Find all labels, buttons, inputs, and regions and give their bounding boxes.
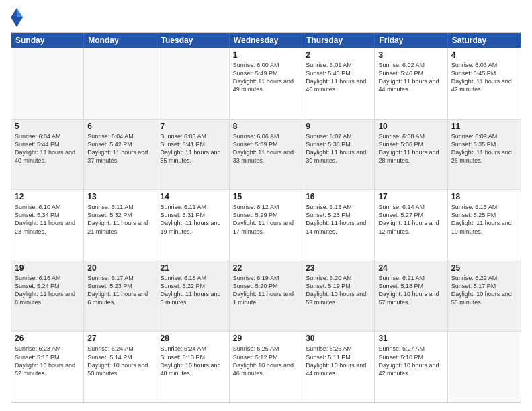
day-number: 15 [233,192,298,201]
day-info: Sunrise: 6:18 AM Sunset: 5:22 PM Dayligh… [161,274,226,307]
calendar-cell: 7Sunrise: 6:05 AM Sunset: 5:41 PM Daylig… [157,120,230,190]
day-number: 4 [451,50,517,60]
day-info: Sunrise: 6:00 AM Sunset: 5:49 PM Dayligh… [233,61,298,94]
day-info: Sunrise: 6:17 AM Sunset: 5:23 PM Dayligh… [87,274,152,307]
day-info: Sunrise: 6:01 AM Sunset: 5:48 PM Dayligh… [306,61,371,94]
day-number: 6 [87,122,152,131]
calendar-header-cell: Tuesday [157,33,230,48]
svg-marker-1 [17,8,23,17]
day-number: 24 [378,263,443,273]
day-info: Sunrise: 6:21 AM Sunset: 5:18 PM Dayligh… [378,274,443,307]
calendar-cell: 21Sunrise: 6:18 AM Sunset: 5:22 PM Dayli… [157,261,230,332]
day-info: Sunrise: 6:24 AM Sunset: 5:13 PM Dayligh… [161,345,226,377]
day-number: 26 [15,334,80,343]
day-number: 9 [306,122,371,131]
calendar-header-cell: Friday [375,33,447,48]
day-number: 11 [451,122,517,131]
calendar-cell: 8Sunrise: 6:06 AM Sunset: 5:39 PM Daylig… [230,120,302,190]
calendar-cell: 24Sunrise: 6:21 AM Sunset: 5:18 PM Dayli… [375,261,447,332]
day-number: 10 [378,122,443,131]
calendar-cell: 22Sunrise: 6:19 AM Sunset: 5:20 PM Dayli… [230,261,302,332]
day-number: 8 [233,122,298,131]
calendar-week: 1Sunrise: 6:00 AM Sunset: 5:49 PM Daylig… [11,48,521,119]
calendar-cell [448,332,521,402]
calendar-cell: 11Sunrise: 6:09 AM Sunset: 5:35 PM Dayli… [448,120,521,190]
calendar-cell: 1Sunrise: 6:00 AM Sunset: 5:49 PM Daylig… [230,48,302,119]
day-number: 19 [15,263,80,273]
day-number: 14 [161,192,226,201]
calendar-header-cell: Monday [84,33,157,48]
calendar-cell: 10Sunrise: 6:08 AM Sunset: 5:36 PM Dayli… [375,120,447,190]
calendar-cell: 19Sunrise: 6:16 AM Sunset: 5:24 PM Dayli… [11,261,84,332]
calendar-cell: 9Sunrise: 6:07 AM Sunset: 5:38 PM Daylig… [302,120,375,190]
day-number: 16 [306,192,371,201]
day-number: 17 [378,192,443,201]
calendar-cell [11,48,84,119]
day-info: Sunrise: 6:14 AM Sunset: 5:27 PM Dayligh… [378,203,443,236]
calendar-cell: 15Sunrise: 6:12 AM Sunset: 5:29 PM Dayli… [230,190,302,261]
day-number: 23 [306,263,371,273]
day-number: 27 [87,334,152,343]
day-info: Sunrise: 6:02 AM Sunset: 5:46 PM Dayligh… [378,61,443,94]
day-number: 31 [378,334,443,343]
calendar-cell: 14Sunrise: 6:11 AM Sunset: 5:31 PM Dayli… [157,190,230,261]
calendar-cell: 4Sunrise: 6:03 AM Sunset: 5:45 PM Daylig… [448,48,521,119]
calendar-header-cell: Sunday [11,33,84,48]
day-number: 22 [233,263,298,273]
calendar-week: 19Sunrise: 6:16 AM Sunset: 5:24 PM Dayli… [11,261,521,332]
day-info: Sunrise: 6:25 AM Sunset: 5:12 PM Dayligh… [233,345,298,377]
day-info: Sunrise: 6:27 AM Sunset: 5:10 PM Dayligh… [378,345,443,377]
calendar-cell [84,48,157,119]
day-info: Sunrise: 6:08 AM Sunset: 5:36 PM Dayligh… [378,132,443,165]
day-info: Sunrise: 6:11 AM Sunset: 5:32 PM Dayligh… [87,203,152,236]
calendar-cell: 2Sunrise: 6:01 AM Sunset: 5:48 PM Daylig… [302,48,375,119]
day-number: 3 [378,50,443,60]
calendar-cell: 6Sunrise: 6:04 AM Sunset: 5:42 PM Daylig… [84,120,157,190]
day-number: 20 [87,263,152,273]
calendar-header-row: SundayMondayTuesdayWednesdayThursdayFrid… [11,33,521,48]
day-info: Sunrise: 6:12 AM Sunset: 5:29 PM Dayligh… [233,203,298,236]
calendar-cell: 16Sunrise: 6:13 AM Sunset: 5:28 PM Dayli… [302,190,375,261]
calendar-cell: 13Sunrise: 6:11 AM Sunset: 5:32 PM Dayli… [84,190,157,261]
day-info: Sunrise: 6:07 AM Sunset: 5:38 PM Dayligh… [306,132,371,165]
day-number: 13 [87,192,152,201]
day-number: 30 [306,334,371,343]
day-number: 1 [233,50,298,60]
calendar-cell: 26Sunrise: 6:23 AM Sunset: 5:16 PM Dayli… [11,332,84,402]
day-info: Sunrise: 6:05 AM Sunset: 5:41 PM Dayligh… [161,132,226,165]
day-info: Sunrise: 6:22 AM Sunset: 5:17 PM Dayligh… [451,274,517,307]
day-info: Sunrise: 6:23 AM Sunset: 5:16 PM Dayligh… [15,345,80,377]
day-number: 12 [15,192,80,201]
calendar-cell: 27Sunrise: 6:24 AM Sunset: 5:14 PM Dayli… [84,332,157,402]
calendar-cell: 28Sunrise: 6:24 AM Sunset: 5:13 PM Dayli… [157,332,230,402]
calendar-cell [157,48,230,119]
day-info: Sunrise: 6:11 AM Sunset: 5:31 PM Dayligh… [161,203,226,236]
calendar-cell: 31Sunrise: 6:27 AM Sunset: 5:10 PM Dayli… [375,332,447,402]
day-number: 5 [15,122,80,131]
day-info: Sunrise: 6:16 AM Sunset: 5:24 PM Dayligh… [15,274,80,307]
calendar-cell: 29Sunrise: 6:25 AM Sunset: 5:12 PM Dayli… [230,332,302,402]
day-info: Sunrise: 6:03 AM Sunset: 5:45 PM Dayligh… [451,61,517,94]
day-number: 28 [161,334,226,343]
day-number: 7 [161,122,226,131]
day-number: 21 [161,263,226,273]
day-info: Sunrise: 6:19 AM Sunset: 5:20 PM Dayligh… [233,274,298,307]
day-info: Sunrise: 6:15 AM Sunset: 5:25 PM Dayligh… [451,203,517,236]
calendar-cell: 25Sunrise: 6:22 AM Sunset: 5:17 PM Dayli… [448,261,521,332]
calendar-cell: 3Sunrise: 6:02 AM Sunset: 5:46 PM Daylig… [375,48,447,119]
day-info: Sunrise: 6:20 AM Sunset: 5:19 PM Dayligh… [306,274,371,307]
calendar-body: 1Sunrise: 6:00 AM Sunset: 5:49 PM Daylig… [11,48,521,402]
calendar-cell: 12Sunrise: 6:10 AM Sunset: 5:34 PM Dayli… [11,190,84,261]
page: SundayMondayTuesdayWednesdayThursdayFrid… [0,0,532,411]
calendar-cell: 17Sunrise: 6:14 AM Sunset: 5:27 PM Dayli… [375,190,447,261]
logo [11,8,26,27]
calendar-header-cell: Saturday [448,33,521,48]
calendar-cell: 18Sunrise: 6:15 AM Sunset: 5:25 PM Dayli… [448,190,521,261]
calendar-week: 12Sunrise: 6:10 AM Sunset: 5:34 PM Dayli… [11,189,521,261]
day-info: Sunrise: 6:06 AM Sunset: 5:39 PM Dayligh… [233,132,298,165]
calendar-cell: 20Sunrise: 6:17 AM Sunset: 5:23 PM Dayli… [84,261,157,332]
day-info: Sunrise: 6:13 AM Sunset: 5:28 PM Dayligh… [306,203,371,236]
calendar-cell: 5Sunrise: 6:04 AM Sunset: 5:44 PM Daylig… [11,120,84,190]
calendar-cell: 23Sunrise: 6:20 AM Sunset: 5:19 PM Dayli… [302,261,375,332]
day-number: 18 [451,192,517,201]
